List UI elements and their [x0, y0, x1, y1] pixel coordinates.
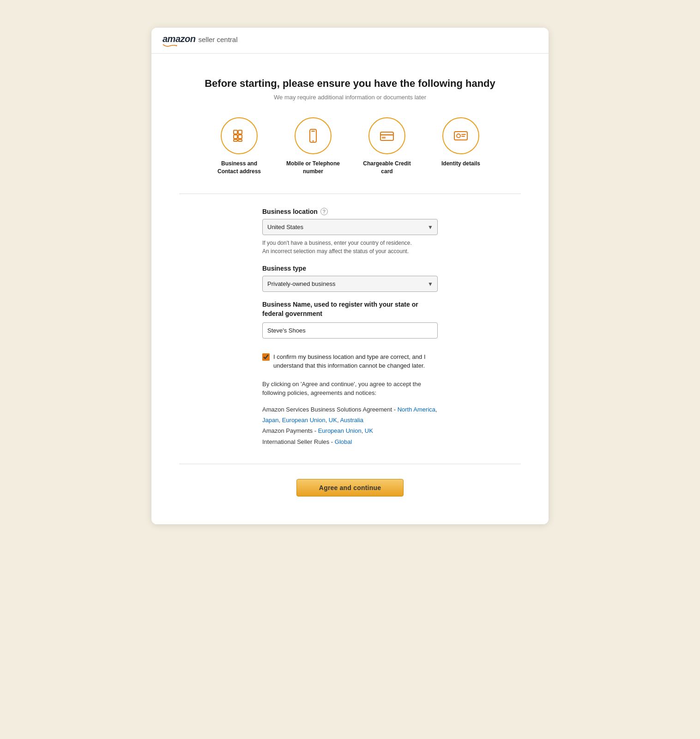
svg-rect-9 — [380, 132, 393, 140]
business-type-label: Business type — [262, 265, 438, 272]
agreement-1-prefix: Amazon Services Business Solutions Agree… — [262, 406, 398, 413]
svg-rect-2 — [234, 135, 237, 139]
page-heading-block: Before starting, please ensure you have … — [179, 77, 521, 101]
icon-item-credit-card: Chargeable Credit card — [359, 117, 415, 176]
business-type-group: Business type Privately-owned business P… — [262, 265, 438, 292]
agreement-2-uk-link[interactable]: UK — [365, 427, 373, 434]
agreement-3-global-link[interactable]: Global — [335, 438, 352, 445]
business-location-help-icon[interactable]: ? — [320, 208, 328, 215]
identity-icon-circle — [442, 117, 479, 154]
agreement-1: Amazon Services Business Solutions Agree… — [262, 404, 438, 426]
svg-point-13 — [457, 134, 460, 138]
icon-item-mobile: Mobile or Telephone number — [285, 117, 341, 176]
credit-card-label: Chargeable Credit card — [359, 160, 415, 176]
svg-rect-3 — [238, 135, 242, 139]
svg-rect-1 — [238, 130, 242, 134]
section-divider-top — [179, 194, 521, 194]
credit-card-icon-circle — [368, 117, 405, 154]
confirmation-checkbox[interactable] — [262, 353, 270, 361]
business-location-hint: If you don't have a business, enter your… — [262, 239, 438, 255]
phone-icon — [305, 127, 321, 144]
agreement-1-australia-link[interactable]: Australia — [340, 417, 363, 424]
main-window: amazon seller central Before starting, p… — [151, 28, 549, 524]
identity-label: Identity details — [441, 160, 480, 168]
business-type-select-wrapper: Privately-owned business Publicly-owned … — [262, 276, 438, 292]
logo: amazon seller central — [163, 34, 238, 47]
registration-form: Business location ? United States Canada… — [262, 208, 438, 447]
business-type-select[interactable]: Privately-owned business Publicly-owned … — [262, 276, 438, 292]
credit-card-icon — [379, 127, 395, 144]
agreements-list: Amazon Services Business Solutions Agree… — [262, 404, 438, 448]
page-subtitle: We may require additional information or… — [179, 94, 521, 101]
identity-icon — [453, 127, 469, 144]
mobile-label: Mobile or Telephone number — [285, 160, 341, 176]
business-location-select-wrapper: United States Canada United Kingdom Germ… — [262, 219, 438, 235]
logo-amazon-text: amazon — [163, 34, 195, 43]
business-name-label: Business Name, used to register with you… — [262, 300, 438, 318]
business-location-select[interactable]: United States Canada United Kingdom Germ… — [262, 219, 438, 235]
agree-continue-button[interactable]: Agree and continue — [296, 479, 404, 497]
mobile-icon-circle — [295, 117, 332, 154]
requirements-icons-row: Business and Contact address Mobile or T… — [179, 117, 521, 176]
agreement-3: International Seller Rules - Global — [262, 436, 438, 447]
svg-rect-11 — [382, 137, 386, 139]
page-content: Before starting, please ensure you have … — [151, 54, 549, 524]
svg-rect-4 — [234, 139, 237, 141]
topbar: amazon seller central — [151, 28, 549, 54]
grid-icon — [231, 127, 247, 144]
business-location-group: Business location ? United States Canada… — [262, 208, 438, 255]
agree-preamble: By clicking on 'Agree and continue', you… — [262, 380, 438, 398]
amazon-smile-icon — [163, 44, 177, 47]
business-name-group: Business Name, used to register with you… — [262, 300, 438, 344]
agreement-3-prefix: International Seller Rules - — [262, 438, 335, 445]
icon-item-business-address: Business and Contact address — [211, 117, 267, 176]
logo-seller-text: seller central — [198, 36, 237, 43]
business-name-input[interactable] — [262, 322, 438, 339]
agreement-1-north-america-link[interactable]: North America — [398, 406, 435, 413]
agreement-2: Amazon Payments - European Union, UK — [262, 425, 438, 436]
agreement-2-prefix: Amazon Payments - — [262, 427, 318, 434]
confirmation-checkbox-row: I confirm my business location and type … — [262, 352, 438, 370]
business-address-icon-circle — [221, 117, 258, 154]
confirmation-checkbox-label[interactable]: I confirm my business location and type … — [273, 352, 438, 370]
page-title: Before starting, please ensure you have … — [179, 77, 521, 91]
svg-rect-0 — [234, 130, 237, 134]
agreement-1-uk-link[interactable]: UK — [329, 417, 337, 424]
section-divider-bottom — [179, 464, 521, 464]
svg-rect-5 — [238, 139, 242, 141]
business-address-label: Business and Contact address — [211, 160, 267, 176]
icon-item-identity: Identity details — [433, 117, 489, 176]
svg-point-7 — [313, 140, 314, 141]
agreement-1-eu-link[interactable]: European Union — [282, 417, 326, 424]
business-location-label: Business location ? — [262, 208, 438, 215]
agreement-1-japan-link[interactable]: Japan — [262, 417, 278, 424]
agreement-2-eu-link[interactable]: European Union — [318, 427, 362, 434]
